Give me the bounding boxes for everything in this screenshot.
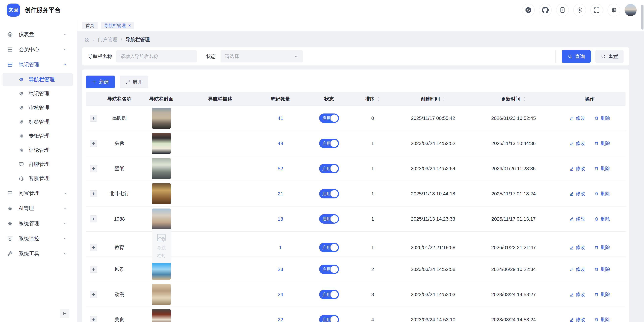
- edit-link[interactable]: 修改: [569, 216, 585, 222]
- status-toggle[interactable]: 启用: [319, 265, 339, 274]
- sidebar-subitem-群聊管理[interactable]: 群聊管理: [2, 157, 73, 171]
- note-count-link[interactable]: 22: [278, 317, 283, 322]
- status-toggle[interactable]: 启用: [319, 114, 339, 123]
- sidebar-item-仪表盘[interactable]: 仪表盘: [0, 27, 77, 42]
- fullscreen-icon[interactable]: [590, 4, 603, 17]
- row-expand-button[interactable]: +: [90, 316, 97, 322]
- sort-carets-icon[interactable]: [442, 97, 446, 101]
- status-toggle[interactable]: 启用: [319, 290, 339, 299]
- note-count-link[interactable]: 52: [278, 166, 283, 171]
- note-count-link[interactable]: 1: [279, 245, 282, 250]
- row-expand-button[interactable]: +: [90, 115, 97, 122]
- row-expand-button[interactable]: +: [90, 140, 97, 147]
- gitee-icon[interactable]: [522, 4, 535, 17]
- sidebar-subitem-导航栏管理[interactable]: 导航栏管理: [2, 73, 73, 86]
- edit-link[interactable]: 修改: [569, 191, 585, 197]
- cover-image-hotpot-food-photo[interactable]: [152, 309, 171, 322]
- note-count-link[interactable]: 24: [278, 292, 283, 297]
- sidebar-subitem-评论管理[interactable]: 评论管理: [2, 143, 73, 157]
- tab-close-icon[interactable]: ×: [128, 23, 131, 28]
- search-icon: [568, 54, 572, 59]
- delete-link[interactable]: 删除: [594, 165, 610, 172]
- row-expand-button[interactable]: +: [90, 190, 97, 197]
- sort-carets-icon[interactable]: [523, 97, 526, 101]
- github-icon[interactable]: [539, 4, 552, 17]
- page-scrollbar[interactable]: [641, 5, 644, 30]
- status-toggle-label: 启用: [322, 191, 331, 197]
- note-count-link[interactable]: 23: [278, 267, 283, 272]
- status-toggle[interactable]: 启用: [319, 214, 339, 224]
- created-time: 2023/03/24 14:52:54: [393, 166, 473, 171]
- column-header-排序[interactable]: 排序: [352, 96, 393, 102]
- delete-link[interactable]: 删除: [594, 115, 610, 121]
- user-avatar[interactable]: [624, 4, 636, 16]
- status-toggle[interactable]: 启用: [319, 243, 339, 252]
- sidebar-subitem-客服管理[interactable]: 客服管理: [2, 172, 73, 185]
- sidebar-item-闲宝管理[interactable]: 闲宝管理: [0, 186, 77, 201]
- status-toggle[interactable]: 启用: [319, 189, 339, 198]
- sidebar-item-系统管理[interactable]: 系统管理: [0, 216, 77, 231]
- cover-image-group-outdoor-photo[interactable]: [152, 208, 171, 229]
- reset-button[interactable]: 重置: [595, 50, 624, 63]
- note-count-link[interactable]: 18: [278, 216, 283, 222]
- tab-首页[interactable]: 首页: [82, 22, 98, 29]
- row-expand-button[interactable]: +: [90, 266, 97, 273]
- edit-link[interactable]: 修改: [569, 140, 585, 147]
- row-expand-button[interactable]: +: [90, 215, 97, 222]
- note-count-link[interactable]: 41: [278, 116, 283, 121]
- theme-sun-icon[interactable]: [573, 4, 586, 17]
- delete-link[interactable]: 删除: [594, 191, 610, 197]
- column-header-更新时间[interactable]: 更新时间: [473, 96, 554, 102]
- delete-link[interactable]: 删除: [594, 316, 610, 322]
- breadcrumb-grid-icon[interactable]: [84, 37, 90, 42]
- cover-image-warm-restaurant-photo[interactable]: [152, 183, 171, 204]
- delete-link[interactable]: 删除: [594, 140, 610, 147]
- expand-all-button[interactable]: 展开: [120, 76, 148, 88]
- edit-link[interactable]: 修改: [569, 244, 585, 251]
- sidebar-subitem-标签管理[interactable]: 标签管理: [2, 115, 73, 129]
- cover-image-child-portrait-photo[interactable]: [152, 133, 171, 154]
- document-icon[interactable]: [556, 4, 569, 17]
- sidebar-subitem-笔记管理[interactable]: 笔记管理: [2, 87, 73, 100]
- nav-table: 导航栏名称导航栏封面导航栏描述笔记数量状态排序创建时间更新时间操作 +高圆圆41…: [86, 92, 626, 322]
- sidebar-item-系统工具[interactable]: 系统工具: [0, 246, 77, 261]
- note-count-link[interactable]: 21: [278, 191, 283, 197]
- sidebar-subitem-审核管理[interactable]: 审核管理: [2, 101, 73, 115]
- nav-name-input[interactable]: [116, 50, 197, 63]
- settings-gear-icon[interactable]: [608, 4, 620, 17]
- breadcrumb-item-门户管理[interactable]: 门户管理: [98, 36, 118, 43]
- nav-name: 高圆圆: [101, 115, 138, 122]
- row-expand-button[interactable]: +: [90, 165, 97, 172]
- delete-link[interactable]: 删除: [594, 244, 610, 251]
- status-toggle[interactable]: 启用: [319, 315, 339, 322]
- cover-image-beach-portrait-photo[interactable]: [152, 108, 171, 129]
- search-button[interactable]: 查询: [562, 50, 591, 63]
- sidebar-item-label: 笔记管理: [18, 61, 63, 68]
- status-select[interactable]: 请选择: [220, 50, 303, 63]
- create-button[interactable]: 新建: [86, 76, 115, 88]
- note-count-link[interactable]: 49: [278, 141, 283, 146]
- status-toggle[interactable]: 启用: [319, 164, 339, 173]
- row-expand-button[interactable]: +: [90, 291, 97, 298]
- row-expand-button[interactable]: +: [90, 244, 97, 251]
- sidebar-subitem-专辑管理[interactable]: 专辑管理: [2, 129, 73, 143]
- delete-link[interactable]: 删除: [594, 216, 610, 222]
- edit-link[interactable]: 修改: [569, 316, 585, 322]
- sidebar-item-笔记管理[interactable]: 笔记管理: [0, 57, 77, 72]
- edit-link[interactable]: 修改: [569, 266, 585, 272]
- tab-导航栏管理[interactable]: 导航栏管理×: [100, 22, 134, 29]
- sort-carets-icon[interactable]: [377, 97, 380, 101]
- delete-link[interactable]: 删除: [594, 266, 610, 272]
- edit-link[interactable]: 修改: [569, 165, 585, 172]
- status-toggle[interactable]: 启用: [319, 139, 339, 148]
- cover-image-car-interior-photo[interactable]: [152, 158, 171, 179]
- edit-link[interactable]: 修改: [569, 291, 585, 298]
- column-header-创建时间[interactable]: 创建时间: [393, 96, 473, 102]
- edit-link[interactable]: 修改: [569, 115, 585, 121]
- delete-link[interactable]: 删除: [594, 291, 610, 298]
- sidebar-item-会员中心[interactable]: 会员中心: [0, 42, 77, 57]
- sidebar-collapse-button[interactable]: [60, 309, 70, 318]
- cover-image-anime-collage-photo[interactable]: [152, 284, 171, 305]
- sidebar-item-AI管理[interactable]: AI管理: [0, 201, 77, 216]
- sidebar-item-系统监控[interactable]: 系统监控: [0, 231, 77, 246]
